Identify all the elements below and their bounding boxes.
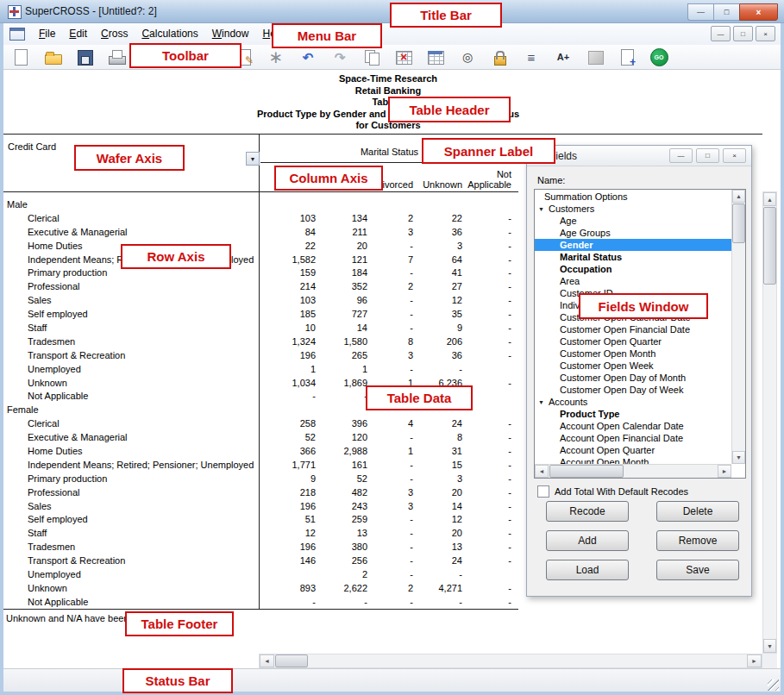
close-button[interactable]: × [739,3,778,21]
field-item[interactable]: ▼Accounts [535,396,731,408]
table-row[interactable]: Clerical258396424- [3,416,521,430]
horizontal-scrollbar[interactable]: ◄ ► [259,654,762,668]
row-label[interactable]: Transport & Recreation [3,350,260,360]
table-row[interactable]: Unemployed11-- [3,362,521,376]
table-row[interactable]: Independent Means; Retired; Pensioner; U… [3,253,521,266]
table-group-row[interactable]: Female [3,403,521,416]
field-item[interactable]: Customer Open Week [535,360,731,372]
field-item[interactable]: Age [535,215,731,227]
field-item[interactable]: Customer ID [535,287,731,299]
row-label[interactable]: Unknown [3,378,260,388]
table-row[interactable]: Self employed51259-12- [3,512,521,526]
table-row[interactable]: Home Duties2220-3- [3,239,521,253]
mdi-close-button[interactable]: × [756,26,775,41]
menu-item-help[interactable]: Help [255,23,291,44]
delete-table-icon[interactable]: × [393,47,414,66]
row-group-label[interactable]: Female [3,404,260,415]
field-item[interactable]: Area [535,275,731,287]
fields-scroll-left-button[interactable]: ◄ [535,465,549,478]
edit-page-icon[interactable]: ✎ [234,47,254,66]
new-document-icon[interactable] [10,47,31,66]
row-label[interactable]: Transport & Recreation [3,555,260,566]
add-button[interactable]: Add [546,530,629,551]
tree-expanded-icon[interactable]: ▼ [538,399,549,405]
table-row[interactable]: Not Applicable----- [3,595,521,609]
table-row[interactable]: Transport & Recreation196265336- [3,348,521,362]
field-item[interactable]: Account Open Quarter [535,444,731,456]
field-item[interactable]: Customer Open Day of Month [535,372,731,384]
export-icon[interactable] [138,47,159,66]
vertical-scrollbar[interactable]: ▲ ▼ [762,191,777,654]
row-label[interactable]: Home Duties [3,446,260,456]
horizontal-scrollbar-track[interactable] [309,654,747,667]
field-item[interactable]: Age Groups [535,227,731,239]
load-button[interactable]: Load [546,560,629,580]
copy-icon[interactable] [361,47,382,66]
scroll-right-button[interactable]: ► [747,654,762,667]
fields-scroll-down-button[interactable]: ▼ [732,451,745,464]
field-item[interactable]: Customer Open Financial Date [535,323,731,335]
table-row[interactable]: Transport & Recreation146256-24- [3,554,521,567]
tree-expanded-icon[interactable]: ▼ [538,206,549,212]
wafer-axis-label[interactable]: Credit Card [8,141,56,152]
fields-maximize-button[interactable]: □ [696,148,719,163]
field-item[interactable]: Customer Open Month [535,348,731,360]
table-row[interactable]: Executive & Managerial52120-8- [3,430,521,444]
field-item[interactable]: Customer Open Calendar Date [535,311,731,323]
field-item[interactable]: Individual [535,299,731,311]
select-table-icon[interactable] [425,47,446,66]
field-list-icon[interactable]: ≡ [521,47,542,66]
fields-vertical-scrollbar[interactable]: ▲ ▼ [731,190,745,464]
fields-hscroll-thumb[interactable] [549,465,624,478]
row-label[interactable]: Home Duties [3,241,260,251]
row-label[interactable]: Clerical [3,418,260,429]
font-increase-icon[interactable]: A+ [553,47,574,66]
column-header[interactable]: Divorced [369,179,415,191]
column-header[interactable]: Not Applicable [464,169,513,191]
table-row[interactable]: Sales10396-12- [3,293,521,307]
field-item[interactable]: Occupation [535,263,731,275]
row-label[interactable]: Self employed [3,514,260,524]
table-row[interactable]: Clerical103134222- [3,211,521,225]
chart-disabled-icon[interactable] [585,47,605,66]
wafer-dropdown-button[interactable]: ▼ [246,152,260,166]
go-icon[interactable]: GO [649,47,669,66]
row-label[interactable]: Primary production [3,473,260,484]
table-group-row[interactable]: Male [3,197,521,211]
field-item[interactable]: Gender [535,239,731,251]
recode-button[interactable]: Recode [546,501,629,522]
table-row[interactable]: Executive & Managerial84211336- [3,225,521,239]
view-page-icon[interactable] [202,47,223,66]
fields-horizontal-scrollbar[interactable]: ◄ ► [535,464,731,478]
lock-icon[interactable] [489,47,510,66]
fields-vscroll-thumb[interactable] [732,203,745,243]
column-header[interactable]: Married [260,179,317,191]
row-label[interactable]: Executive & Managerial [3,227,260,237]
table-row[interactable]: Sales196243314- [3,499,521,513]
field-item[interactable]: Product Type [535,408,731,420]
resize-grip-icon[interactable] [768,679,779,691]
field-item[interactable]: Account Open Financial Date [535,432,731,444]
table-row[interactable]: Staff1213-20- [3,526,521,540]
table-row[interactable]: Professional218482320- [3,485,521,499]
minimize-button[interactable]: — [687,3,713,21]
table-row[interactable]: Home Duties3662,988131- [3,444,521,458]
table-row[interactable]: Tradesmen1,3241,5808206- [3,335,521,348]
menu-item-cross[interactable]: Cross [94,23,135,44]
row-label[interactable]: Self employed [3,309,260,319]
redo-icon[interactable]: ↷ [329,47,350,66]
row-group-label[interactable]: Male [3,199,260,210]
row-label[interactable]: Sales [3,295,260,305]
menu-item-file[interactable]: File [32,23,62,44]
column-header[interactable]: Unknown [415,179,464,191]
table-row[interactable]: Self employed185727-35- [3,307,521,321]
field-item[interactable]: Marital Status [535,251,731,263]
menu-item-calculations[interactable]: Calculations [135,23,204,44]
menu-item-window[interactable]: Window [205,23,256,44]
table-row[interactable]: Unknown8932,62224,271- [3,581,521,595]
menu-item-edit[interactable]: Edit [62,23,94,44]
field-item[interactable]: ▼Customers [535,203,731,215]
table-row[interactable]: Unemployed2-- [3,567,521,581]
mdi-minimize-button[interactable]: — [711,26,731,41]
table-row[interactable]: Primary production159184-41- [3,266,521,279]
